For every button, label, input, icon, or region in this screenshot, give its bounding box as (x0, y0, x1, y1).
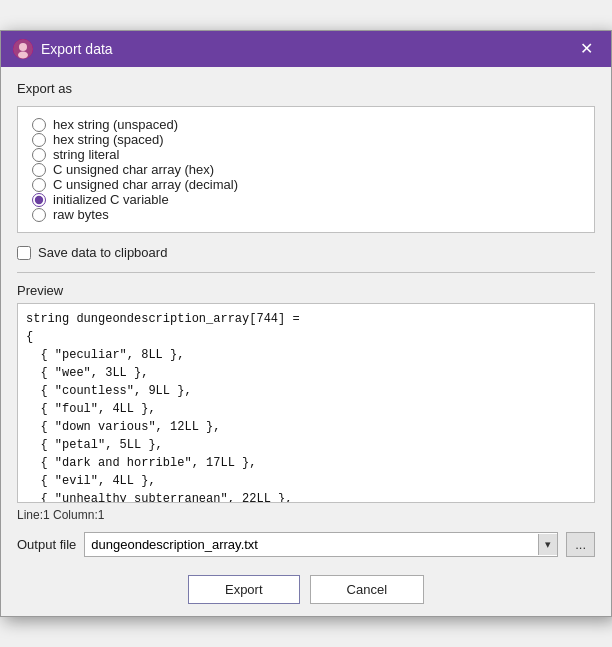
output-file-label: Output file (17, 537, 76, 552)
radio-c_unsigned_hex[interactable] (32, 163, 46, 177)
preview-label: Preview (17, 283, 595, 298)
radio-option-string_literal[interactable]: string literal (32, 147, 580, 162)
browse-button[interactable]: ... (566, 532, 595, 557)
radio-label-hex_spaced: hex string (spaced) (53, 132, 164, 147)
radio-label-c_unsigned_decimal: C unsigned char array (decimal) (53, 177, 238, 192)
radio-label-string_literal: string literal (53, 147, 119, 162)
separator (17, 272, 595, 273)
save-clipboard-checkbox[interactable] (17, 246, 31, 260)
preview-line: { (26, 328, 586, 346)
preview-line: { "peculiar", 8LL }, (26, 346, 586, 364)
preview-line: { "evil", 4LL }, (26, 472, 586, 490)
export-options-group: hex string (unspaced)hex string (spaced)… (17, 106, 595, 233)
radio-c_unsigned_decimal[interactable] (32, 178, 46, 192)
app-icon (13, 39, 33, 59)
svg-point-3 (18, 52, 28, 59)
export-button[interactable]: Export (188, 575, 300, 604)
output-file-row: Output file ▾ ... (17, 532, 595, 557)
preview-line: { "down various", 12LL }, (26, 418, 586, 436)
output-file-input-wrapper: ▾ (84, 532, 558, 557)
title-bar: Export data ✕ (1, 31, 611, 67)
radio-label-raw_bytes: raw bytes (53, 207, 109, 222)
radio-label-initialized_c: initialized C variable (53, 192, 169, 207)
radio-label-hex_unspaced: hex string (unspaced) (53, 117, 178, 132)
preview-line: { "petal", 5LL }, (26, 436, 586, 454)
title-bar-left: Export data (13, 39, 113, 59)
output-file-dropdown-btn[interactable]: ▾ (538, 534, 557, 555)
radio-string_literal[interactable] (32, 148, 46, 162)
radio-hex_spaced[interactable] (32, 133, 46, 147)
status-bar: Line:1 Column:1 (17, 508, 595, 522)
export-dialog: Export data ✕ Export as hex string (unsp… (0, 30, 612, 617)
action-row: Export Cancel (17, 571, 595, 604)
svg-point-1 (19, 43, 27, 51)
preview-line: { "dark and horrible", 17LL }, (26, 454, 586, 472)
preview-line: { "wee", 3LL }, (26, 364, 586, 382)
radio-option-c_unsigned_decimal[interactable]: C unsigned char array (decimal) (32, 177, 580, 192)
radio-hex_unspaced[interactable] (32, 118, 46, 132)
radio-initialized_c[interactable] (32, 193, 46, 207)
save-clipboard-label: Save data to clipboard (38, 245, 167, 260)
dialog-title: Export data (41, 41, 113, 57)
preview-line: { "countless", 9LL }, (26, 382, 586, 400)
preview-line: { "unhealthy subterranean", 22LL }, (26, 490, 586, 503)
preview-box[interactable]: string dungeondescription_array[744] ={ … (17, 303, 595, 503)
export-as-label: Export as (17, 81, 595, 96)
radio-option-c_unsigned_hex[interactable]: C unsigned char array (hex) (32, 162, 580, 177)
close-button[interactable]: ✕ (574, 39, 599, 59)
radio-option-hex_spaced[interactable]: hex string (spaced) (32, 132, 580, 147)
radio-option-raw_bytes[interactable]: raw bytes (32, 207, 580, 222)
radio-option-hex_unspaced[interactable]: hex string (unspaced) (32, 117, 580, 132)
output-file-input[interactable] (85, 533, 538, 556)
cancel-button[interactable]: Cancel (310, 575, 424, 604)
preview-line: string dungeondescription_array[744] = (26, 310, 586, 328)
radio-label-c_unsigned_hex: C unsigned char array (hex) (53, 162, 214, 177)
preview-line: { "foul", 4LL }, (26, 400, 586, 418)
save-clipboard-row[interactable]: Save data to clipboard (17, 245, 595, 260)
dialog-body: Export as hex string (unspaced)hex strin… (1, 67, 611, 616)
radio-option-initialized_c[interactable]: initialized C variable (32, 192, 580, 207)
radio-raw_bytes[interactable] (32, 208, 46, 222)
